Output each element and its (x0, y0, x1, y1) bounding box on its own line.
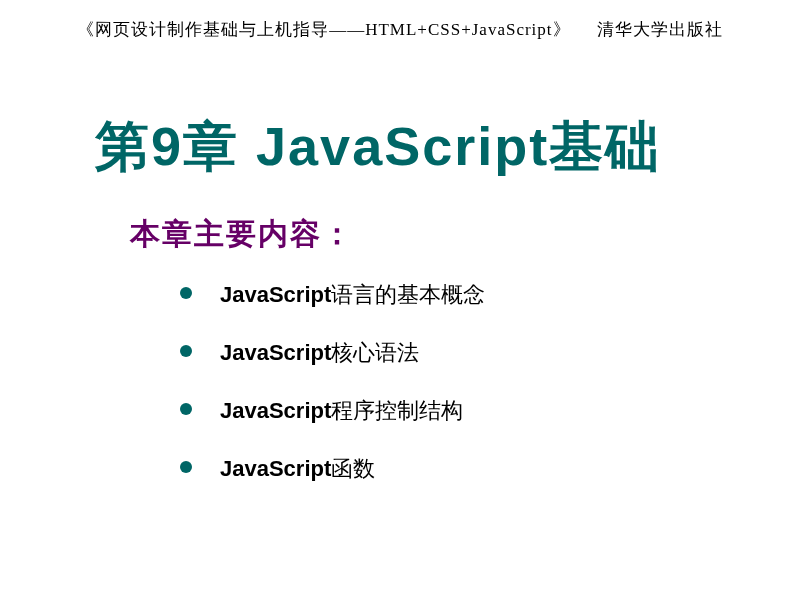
item-text: 语言的基本概念 (331, 282, 485, 307)
item-bold: JavaScript (220, 398, 331, 423)
list-item: JavaScript程序控制结构 (180, 396, 800, 426)
content-list: JavaScript语言的基本概念 JavaScript核心语法 JavaScr… (180, 280, 800, 484)
list-item: JavaScript核心语法 (180, 338, 800, 368)
page-header: 《网页设计制作基础与上机指导——HTML+CSS+JavaScript》 清华大… (0, 0, 800, 41)
item-bold: JavaScript (220, 340, 331, 365)
item-bold: JavaScript (220, 282, 331, 307)
item-text: 程序控制结构 (331, 398, 463, 423)
item-bold: JavaScript (220, 456, 331, 481)
section-title: 本章主要内容： (130, 214, 800, 255)
item-text: 核心语法 (331, 340, 419, 365)
publisher: 清华大学出版社 (597, 20, 723, 39)
chapter-title: 第9章 JavaScript基础 (95, 111, 800, 184)
list-item: JavaScript语言的基本概念 (180, 280, 800, 310)
item-text: 函数 (331, 456, 375, 481)
list-item: JavaScript函数 (180, 454, 800, 484)
book-title: 《网页设计制作基础与上机指导——HTML+CSS+JavaScript》 (77, 20, 570, 39)
